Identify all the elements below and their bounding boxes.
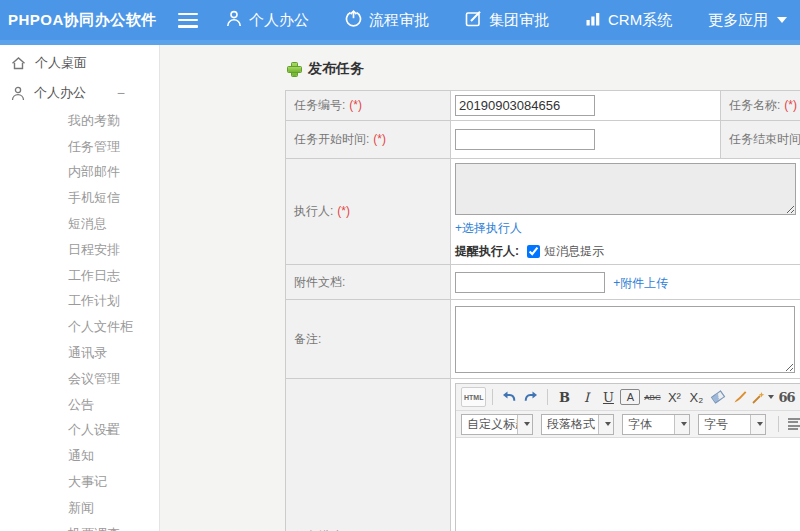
task-number-input[interactable] (455, 95, 595, 116)
chevron-down-icon (768, 395, 774, 399)
sidebar-item-announcement[interactable]: 公告 (0, 392, 159, 418)
sidebar-item-label: 个人桌面 (35, 54, 87, 72)
attachment-label: 附件文档: (294, 275, 345, 289)
sidebar-item-address-book[interactable]: 通讯录 (0, 340, 159, 366)
sidebar-item-mobile-sms[interactable]: 手机短信 (0, 185, 159, 211)
description-label-cell: 任务描述:(*) (286, 379, 451, 531)
font-size-dropdown[interactable]: 字号 (698, 414, 766, 435)
table-row: 任务描述:(*) HTML (286, 379, 800, 531)
main-content: 发布任务 任务编号:(*) 任务名称:(*) 任务开始时间:(*) (160, 45, 800, 531)
font-family-dropdown[interactable]: 字体 (622, 414, 690, 435)
format-painter-button[interactable] (752, 387, 774, 407)
topbar: PHPOA协同办公软件 个人办公 流程审批 集团审批 CRM系统 (0, 0, 800, 40)
html-source-button[interactable]: HTML (461, 387, 486, 407)
attachment-label-cell: 附件文档: (286, 265, 451, 300)
redo-button[interactable] (521, 387, 541, 407)
italic-button[interactable]: I (576, 387, 596, 407)
sidebar-item-label: 工作计划 (68, 292, 120, 310)
start-time-input[interactable] (455, 129, 595, 150)
bold-button[interactable]: B (554, 387, 574, 407)
strikethrough-button[interactable]: ABC (642, 387, 662, 407)
sidebar-item-short-message[interactable]: 短消息 (0, 211, 159, 237)
nav-label: 个人办公 (249, 11, 309, 30)
home-icon (11, 56, 26, 70)
nav-crm-system[interactable]: CRM系统 (585, 11, 672, 30)
choose-executor-link[interactable]: +选择执行人 (455, 221, 522, 235)
user-icon (11, 86, 25, 101)
start-time-label: 任务开始时间: (294, 132, 369, 146)
sidebar-item-label: 通讯录 (68, 344, 107, 362)
task-name-label: 任务名称: (729, 98, 780, 112)
rich-text-editor: HTML B I U A (455, 383, 800, 531)
sidebar-item-personal-desktop[interactable]: 个人桌面 (0, 48, 159, 78)
executor-label-cell: 执行人:(*) (286, 159, 451, 265)
sidebar-item-label: 手机短信 (68, 189, 120, 207)
sidebar-item-vote-survey[interactable]: 投票调查 (0, 521, 159, 531)
attachment-upload-link[interactable]: +附件上传 (613, 276, 668, 290)
sms-remind-checkbox[interactable] (527, 245, 540, 258)
chevron-down-icon (681, 422, 687, 426)
sidebar-item-my-attendance[interactable]: 我的考勤 (0, 108, 159, 134)
required-mark: (*) (784, 98, 797, 112)
sidebar-item-work-log[interactable]: 工作日志 (0, 263, 159, 289)
superscript-button[interactable]: X² (664, 387, 684, 407)
attachment-input[interactable] (455, 272, 605, 293)
sidebar-item-task-management[interactable]: 任务管理 (0, 134, 159, 160)
sidebar-item-personal-office[interactable]: 个人办公 − (0, 78, 159, 108)
chevron-down-icon (777, 17, 787, 23)
sidebar-item-label: 日程安排 (68, 241, 120, 259)
undo-button[interactable] (499, 387, 519, 407)
remark-label: 备注: (294, 332, 321, 346)
executor-textarea[interactable] (455, 163, 796, 215)
editor-content-area[interactable] (456, 438, 800, 531)
clean-brush-button[interactable] (730, 387, 750, 407)
blockquote-button[interactable]: 66 (776, 387, 796, 407)
remind-executor-label: 提醒执行人: (455, 243, 519, 260)
hamburger-menu-icon[interactable] (178, 13, 198, 28)
nav-personal-office[interactable]: 个人办公 (226, 10, 309, 30)
end-time-label: 任务结束时间: (729, 132, 800, 146)
expand-icon[interactable]: + (105, 422, 113, 438)
sidebar-item-internal-mail[interactable]: 内部邮件 (0, 160, 159, 186)
nav-more-apps[interactable]: 更多应用 (708, 11, 787, 30)
sidebar-item-milestones[interactable]: 大事记 (0, 469, 159, 495)
nav-label: 流程审批 (369, 11, 429, 30)
sidebar-item-label: 公告 (68, 396, 94, 414)
remark-textarea[interactable] (455, 306, 795, 373)
remove-format-eraser-button[interactable] (708, 387, 728, 407)
chevron-down-icon (605, 422, 611, 426)
align-left-icon[interactable] (788, 418, 800, 430)
sidebar-item-label: 个人办公 (34, 84, 86, 102)
nav-label: CRM系统 (608, 11, 672, 30)
table-row: 任务编号:(*) 任务名称:(*) (286, 91, 800, 121)
sidebar-item-notifications[interactable]: 通知 (0, 443, 159, 469)
subscript-button[interactable]: X₂ (686, 387, 706, 407)
remark-label-cell: 备注: (286, 300, 451, 379)
sidebar-item-personal-file-cabinet[interactable]: 个人文件柜 (0, 314, 159, 340)
custom-heading-dropdown[interactable]: 自定义标题 (461, 414, 533, 435)
end-time-label-cell: 任务结束时间:(*) (721, 121, 800, 159)
user-icon (226, 10, 242, 30)
top-nav: 个人办公 流程审批 集团审批 CRM系统 更多应用 (226, 10, 787, 30)
bar-chart-icon (585, 11, 601, 29)
paragraph-format-dropdown[interactable]: 段落格式 (541, 414, 614, 435)
sms-remind-label: 短消息提示 (544, 243, 604, 260)
task-name-label-cell: 任务名称:(*) (721, 91, 800, 121)
sidebar-item-label: 短消息 (68, 215, 107, 233)
sidebar-item-schedule[interactable]: 日程安排 (0, 237, 159, 263)
task-number-label-cell: 任务编号:(*) (286, 91, 451, 121)
font-background-button[interactable]: A (620, 389, 640, 405)
required-mark: (*) (373, 132, 386, 146)
sidebar-item-personal-settings[interactable]: 个人设置 + (0, 418, 159, 444)
sidebar-item-meeting-management[interactable]: 会议管理 (0, 366, 159, 392)
nav-workflow-approval[interactable]: 流程审批 (345, 10, 429, 30)
nav-group-approval[interactable]: 集团审批 (465, 10, 549, 30)
underline-button[interactable]: U (598, 387, 618, 407)
sidebar-item-work-plan[interactable]: 工作计划 (0, 289, 159, 315)
collapse-icon[interactable]: − (117, 85, 125, 101)
sidebar-item-label: 通知 (68, 447, 94, 465)
sidebar-item-news[interactable]: 新闻 (0, 495, 159, 521)
sidebar-item-label: 投票调查 (68, 525, 120, 531)
sidebar-item-label: 新闻 (68, 499, 94, 517)
sidebar-item-label: 内部邮件 (68, 163, 120, 181)
